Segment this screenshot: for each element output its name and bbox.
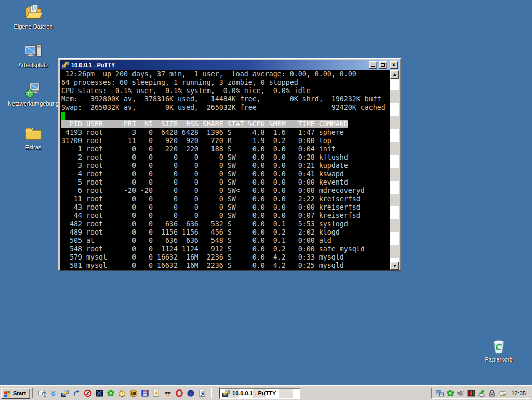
process-table-row: 548 root 0 0 1124 1124 912 S 0.0 0.2 0:0… <box>61 245 390 253</box>
terminal-info-line: 64 processes: 60 sleeping, 1 running, 3 … <box>61 79 390 87</box>
document-arrow-icon[interactable] <box>196 388 208 399</box>
desktop-icon-label: Arbeitsplatz <box>18 62 48 68</box>
exceed-x-icon[interactable] <box>94 388 105 399</box>
floppy-disk-icon[interactable] <box>139 388 151 399</box>
system-tray-icons <box>436 389 507 397</box>
terminal-info-line: CPU states: 0.1% user, 0.1% system, 0.0%… <box>61 87 390 95</box>
desktop-icon-label: Papierkorb <box>485 356 512 363</box>
desktop-icon-label: Eigene Dateien <box>14 23 52 30</box>
putty-window-icon <box>61 61 70 69</box>
opera-ring-icon[interactable] <box>174 388 185 399</box>
process-table-row: 6 root -20 -20 0 0 0 SW< 0.0 0.0 0:00 md… <box>61 187 390 195</box>
computer-icon <box>24 43 42 60</box>
terminal-screen[interactable]: 12:26pm up 200 days, 37 min, 1 user, loa… <box>60 70 390 270</box>
process-table-row: 2 root 0 0 0 0 0 SW 0.0 0.0 0:28 kflushd <box>61 153 390 162</box>
taskbar-clock[interactable]: 12:35 <box>511 390 526 396</box>
system-tray: 12:35 <box>431 388 530 399</box>
terminal-info-line: 12:26pm up 200 days, 37 min, 1 user, loa… <box>61 70 390 79</box>
maximize-button[interactable] <box>379 61 387 69</box>
volume-icon[interactable] <box>457 389 465 397</box>
desktop-icon-label: Esiras <box>25 144 42 150</box>
start-button-label: Start <box>13 390 26 396</box>
putty-icon[interactable] <box>59 388 71 399</box>
process-table-row: 482 root 0 0 636 636 532 S 0.0 0.1 5:53 … <box>61 220 390 228</box>
process-table-row: 581 mysql 0 0 16632 16M 2236 S 0.0 4.2 0… <box>61 262 390 270</box>
start-button[interactable]: Start <box>1 388 30 399</box>
no-access-icon[interactable] <box>82 388 94 399</box>
process-table-row: 43 root 0 0 0 0 0 SW 0.0 0.0 0:00 kreise… <box>61 203 390 212</box>
process-table-row: 1 root 0 0 220 220 188 S 0.0 0.0 0:04 in… <box>61 145 390 153</box>
desktop-icon-esiras[interactable]: Esiras <box>4 125 62 150</box>
pointing-device-icon[interactable] <box>498 389 507 397</box>
process-table-row: 4193 root 3 0 6428 6428 1396 S 4.8 1.6 1… <box>61 128 390 137</box>
desktop-icon-papierkorb[interactable]: Papierkorb <box>470 337 528 363</box>
internet-explorer-icon[interactable]: e <box>48 388 59 399</box>
window-titlebar[interactable]: 10.0.0.1 - PuTTY × <box>60 60 399 70</box>
desktop-icon-eigene-dateien[interactable]: Eigene Dateien <box>4 4 62 30</box>
task-button-label: 10.0.0.1 - PuTTY <box>232 390 276 396</box>
process-table-header: PID USER PRI NI SIZE RSS SHARE STAT %CPU… <box>61 120 348 128</box>
process-table-row: 5 root 0 0 0 0 0 SW 0.0 0.0 0:00 keventd <box>61 178 390 187</box>
svg-text:e: e <box>51 389 55 397</box>
minimize-button[interactable] <box>369 61 377 69</box>
taskbar-separator <box>210 388 212 398</box>
close-button[interactable]: × <box>390 61 398 69</box>
task-button-putty[interactable]: 10.0.0.1 - PuTTY <box>219 388 300 399</box>
desktop-icon-label: Netzwerkumgebung <box>8 100 59 107</box>
taskbar: Start eUE 10.0.0.1 - PuTTY 12:35 <box>0 385 532 400</box>
documents-folder-icon <box>24 4 42 22</box>
process-table-row: 4 root 0 0 0 0 0 SW 0.0 0.0 0:41 kswapd <box>61 170 390 178</box>
recycle-bin-icon <box>490 337 508 355</box>
process-table-row: 11 root 0 0 0 0 0 SW 0.0 0.0 2:22 kreise… <box>61 195 390 203</box>
putty-window: 10.0.0.1 - PuTTY × 12:26pm up 200 days, … <box>58 58 401 271</box>
process-table-row: 44 root 0 0 0 0 0 SW 0.0 0.0 0:07 kreise… <box>61 212 390 220</box>
outlook-express-icon[interactable] <box>36 388 48 399</box>
minimize-icon <box>371 66 375 67</box>
icq-flower-icon[interactable] <box>105 388 116 399</box>
terminal-cursor <box>61 112 65 120</box>
terminal-cursor-line <box>61 112 390 120</box>
scroll-down-button[interactable] <box>390 262 399 270</box>
folder-icon <box>24 125 42 143</box>
desktop-icon-arbeitsplatz[interactable]: Arbeitsplatz <box>4 43 62 68</box>
close-icon: × <box>392 62 396 68</box>
process-table-row: 489 root 0 0 1156 1156 456 S 0.0 0.2 2:0… <box>61 228 390 237</box>
scroll-up-button[interactable] <box>390 70 399 79</box>
svg-text:UE: UE <box>131 392 136 395</box>
padlock-icon[interactable] <box>488 389 496 397</box>
quick-launch: eUE <box>36 388 208 399</box>
ultraedit-icon[interactable]: UE <box>128 388 139 399</box>
taskbar-separator <box>32 388 34 398</box>
terminal-info-line: Mem: 392800K av, 378316K used, 14484K fr… <box>61 95 390 104</box>
lightning-icon[interactable] <box>151 388 162 399</box>
icq-flower-icon[interactable] <box>446 389 455 397</box>
arrow-up-icon <box>393 72 396 76</box>
terminal-scrollbar <box>390 70 399 270</box>
traffic-monitor-icon[interactable] <box>467 389 475 397</box>
windows-flag-icon <box>3 389 11 397</box>
process-table-row: 579 mysql 0 0 16632 16M 2236 S 0.0 4.2 0… <box>61 253 390 262</box>
terminal-header-line: PID USER PRI NI SIZE RSS SHARE STAT %CPU… <box>61 120 390 128</box>
terminal-info-line: Swap: 265032K av, 0K used, 265032K free … <box>61 104 390 112</box>
agent-face-icon[interactable] <box>162 388 174 399</box>
desktop: Eigene DateienArbeitsplatzNetzwerkumgebu… <box>0 0 532 400</box>
process-table-row: 3 root 0 0 0 0 0 SW 0.0 0.0 0:21 kupdate <box>61 162 390 170</box>
pocket-watch-icon[interactable] <box>116 388 128 399</box>
arrow-down-icon <box>393 265 396 269</box>
disk-sync-icon[interactable] <box>477 389 486 397</box>
network-icon <box>24 81 42 99</box>
terminal-area: 12:26pm up 200 days, 37 min, 1 user, loa… <box>60 70 399 270</box>
process-table-row: 31700 root 11 0 920 920 720 R 1.9 0.2 0:… <box>61 137 390 145</box>
remote-cubes-icon[interactable] <box>436 389 444 397</box>
putty-icon <box>222 389 230 397</box>
window-title: 10.0.0.1 - PuTTY <box>71 62 367 68</box>
maximize-icon <box>381 63 385 67</box>
globe-sphere-icon[interactable] <box>185 388 196 399</box>
scrollbar-track[interactable] <box>390 79 399 262</box>
process-table-row: 505 at 0 0 636 636 548 S 0.0 0.1 0:00 at… <box>61 237 390 245</box>
desktop-icon-netzwerkumgebung[interactable]: Netzwerkumgebung <box>4 81 62 107</box>
netscape-swirl-icon[interactable] <box>71 388 82 399</box>
